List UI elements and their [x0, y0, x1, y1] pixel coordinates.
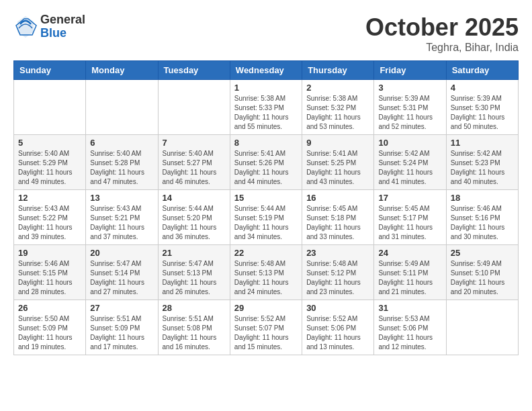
calendar-week-2: 5Sunrise: 5:40 AM Sunset: 5:29 PM Daylig…: [14, 135, 519, 190]
weekday-header-wednesday: Wednesday: [230, 61, 302, 80]
day-info: Sunrise: 5:46 AM Sunset: 5:16 PM Dayligh…: [451, 204, 514, 242]
day-info: Sunrise: 5:42 AM Sunset: 5:24 PM Dayligh…: [378, 149, 441, 187]
day-info: Sunrise: 5:39 AM Sunset: 5:30 PM Dayligh…: [451, 94, 514, 132]
location-subtitle: Teghra, Bihar, India: [365, 42, 519, 54]
day-info: Sunrise: 5:44 AM Sunset: 5:20 PM Dayligh…: [163, 204, 226, 242]
day-number: 4: [451, 83, 514, 93]
calendar-cell: 22Sunrise: 5:48 AM Sunset: 5:13 PM Dayli…: [230, 245, 302, 300]
calendar-cell: 9Sunrise: 5:41 AM Sunset: 5:25 PM Daylig…: [302, 135, 374, 190]
day-info: Sunrise: 5:41 AM Sunset: 5:26 PM Dayligh…: [234, 149, 298, 187]
day-number: 6: [90, 138, 153, 148]
calendar-cell: 5Sunrise: 5:40 AM Sunset: 5:29 PM Daylig…: [14, 135, 86, 190]
day-number: 21: [163, 248, 226, 258]
day-info: Sunrise: 5:49 AM Sunset: 5:10 PM Dayligh…: [451, 259, 514, 297]
calendar-cell: 23Sunrise: 5:48 AM Sunset: 5:12 PM Dayli…: [302, 245, 374, 300]
calendar-table: SundayMondayTuesdayWednesdayThursdayFrid…: [13, 60, 519, 355]
day-info: Sunrise: 5:46 AM Sunset: 5:15 PM Dayligh…: [18, 259, 81, 297]
weekday-header-monday: Monday: [86, 61, 158, 80]
day-number: 1: [234, 83, 298, 93]
day-number: 9: [306, 138, 369, 148]
day-number: 29: [234, 303, 298, 313]
logo-text: General Blue: [40, 13, 85, 40]
day-number: 11: [451, 138, 514, 148]
day-info: Sunrise: 5:40 AM Sunset: 5:28 PM Dayligh…: [90, 149, 153, 187]
calendar-cell: 8Sunrise: 5:41 AM Sunset: 5:26 PM Daylig…: [230, 135, 302, 190]
weekday-header-sunday: Sunday: [14, 61, 86, 80]
calendar-cell: 1Sunrise: 5:38 AM Sunset: 5:33 PM Daylig…: [230, 80, 302, 135]
calendar-cell: 28Sunrise: 5:51 AM Sunset: 5:08 PM Dayli…: [158, 300, 230, 355]
day-number: 30: [306, 303, 369, 313]
day-info: Sunrise: 5:48 AM Sunset: 5:12 PM Dayligh…: [306, 259, 369, 297]
calendar-cell: 12Sunrise: 5:43 AM Sunset: 5:22 PM Dayli…: [14, 190, 86, 245]
logo: General Blue: [13, 13, 85, 40]
day-info: Sunrise: 5:47 AM Sunset: 5:13 PM Dayligh…: [163, 259, 226, 297]
day-number: 19: [18, 248, 81, 258]
calendar-cell: 14Sunrise: 5:44 AM Sunset: 5:20 PM Dayli…: [158, 190, 230, 245]
day-number: 22: [234, 248, 298, 258]
logo-icon: [13, 15, 38, 39]
day-number: 14: [163, 193, 226, 203]
day-info: Sunrise: 5:53 AM Sunset: 5:06 PM Dayligh…: [378, 314, 441, 352]
calendar-cell: 29Sunrise: 5:52 AM Sunset: 5:07 PM Dayli…: [230, 300, 302, 355]
day-number: 25: [451, 248, 514, 258]
day-info: Sunrise: 5:45 AM Sunset: 5:18 PM Dayligh…: [306, 204, 369, 242]
weekday-header-friday: Friday: [374, 61, 446, 80]
calendar-cell: [158, 80, 230, 135]
calendar-cell: 13Sunrise: 5:43 AM Sunset: 5:21 PM Dayli…: [86, 190, 158, 245]
day-info: Sunrise: 5:52 AM Sunset: 5:06 PM Dayligh…: [306, 314, 369, 352]
weekday-header-tuesday: Tuesday: [158, 61, 230, 80]
calendar-cell: 25Sunrise: 5:49 AM Sunset: 5:10 PM Dayli…: [446, 245, 518, 300]
calendar-cell: 21Sunrise: 5:47 AM Sunset: 5:13 PM Dayli…: [158, 245, 230, 300]
month-title: October 2025: [365, 13, 519, 42]
calendar-week-4: 19Sunrise: 5:46 AM Sunset: 5:15 PM Dayli…: [14, 245, 519, 300]
day-info: Sunrise: 5:43 AM Sunset: 5:22 PM Dayligh…: [18, 204, 81, 242]
day-info: Sunrise: 5:39 AM Sunset: 5:31 PM Dayligh…: [378, 94, 441, 132]
weekday-header-row: SundayMondayTuesdayWednesdayThursdayFrid…: [14, 61, 519, 80]
day-info: Sunrise: 5:40 AM Sunset: 5:29 PM Dayligh…: [18, 149, 81, 187]
day-info: Sunrise: 5:44 AM Sunset: 5:19 PM Dayligh…: [234, 204, 298, 242]
calendar-cell: 17Sunrise: 5:45 AM Sunset: 5:17 PM Dayli…: [374, 190, 446, 245]
calendar-cell: 27Sunrise: 5:51 AM Sunset: 5:09 PM Dayli…: [86, 300, 158, 355]
calendar-cell: 3Sunrise: 5:39 AM Sunset: 5:31 PM Daylig…: [374, 80, 446, 135]
day-info: Sunrise: 5:41 AM Sunset: 5:25 PM Dayligh…: [306, 149, 369, 187]
calendar-cell: 30Sunrise: 5:52 AM Sunset: 5:06 PM Dayli…: [302, 300, 374, 355]
day-info: Sunrise: 5:49 AM Sunset: 5:11 PM Dayligh…: [378, 259, 441, 297]
calendar-week-1: 1Sunrise: 5:38 AM Sunset: 5:33 PM Daylig…: [14, 80, 519, 135]
logo-general-text: General: [40, 13, 85, 27]
day-number: 27: [90, 303, 153, 313]
calendar-cell: 4Sunrise: 5:39 AM Sunset: 5:30 PM Daylig…: [446, 80, 518, 135]
day-number: 20: [90, 248, 153, 258]
calendar-cell: 26Sunrise: 5:50 AM Sunset: 5:09 PM Dayli…: [14, 300, 86, 355]
day-info: Sunrise: 5:42 AM Sunset: 5:23 PM Dayligh…: [451, 149, 514, 187]
day-number: 12: [18, 193, 81, 203]
page-header: General Blue October 2025 Teghra, Bihar,…: [13, 13, 519, 54]
day-number: 5: [18, 138, 81, 148]
calendar-cell: 16Sunrise: 5:45 AM Sunset: 5:18 PM Dayli…: [302, 190, 374, 245]
day-info: Sunrise: 5:52 AM Sunset: 5:07 PM Dayligh…: [234, 314, 298, 352]
calendar-cell: 18Sunrise: 5:46 AM Sunset: 5:16 PM Dayli…: [446, 190, 518, 245]
day-number: 13: [90, 193, 153, 203]
day-number: 2: [306, 83, 369, 93]
calendar-cell: 19Sunrise: 5:46 AM Sunset: 5:15 PM Dayli…: [14, 245, 86, 300]
calendar-cell: [86, 80, 158, 135]
calendar-cell: 24Sunrise: 5:49 AM Sunset: 5:11 PM Dayli…: [374, 245, 446, 300]
day-number: 28: [163, 303, 226, 313]
day-number: 10: [378, 138, 441, 148]
calendar-cell: 2Sunrise: 5:38 AM Sunset: 5:32 PM Daylig…: [302, 80, 374, 135]
day-number: 23: [306, 248, 369, 258]
calendar-cell: 7Sunrise: 5:40 AM Sunset: 5:27 PM Daylig…: [158, 135, 230, 190]
day-info: Sunrise: 5:43 AM Sunset: 5:21 PM Dayligh…: [90, 204, 153, 242]
calendar-cell: [14, 80, 86, 135]
day-info: Sunrise: 5:51 AM Sunset: 5:09 PM Dayligh…: [90, 314, 153, 352]
calendar-cell: 31Sunrise: 5:53 AM Sunset: 5:06 PM Dayli…: [374, 300, 446, 355]
day-info: Sunrise: 5:40 AM Sunset: 5:27 PM Dayligh…: [163, 149, 226, 187]
calendar-cell: 10Sunrise: 5:42 AM Sunset: 5:24 PM Dayli…: [374, 135, 446, 190]
calendar-cell: [446, 300, 518, 355]
day-number: 31: [378, 303, 441, 313]
calendar-cell: 6Sunrise: 5:40 AM Sunset: 5:28 PM Daylig…: [86, 135, 158, 190]
day-number: 8: [234, 138, 298, 148]
day-info: Sunrise: 5:38 AM Sunset: 5:33 PM Dayligh…: [234, 94, 298, 132]
title-block: October 2025 Teghra, Bihar, India: [365, 13, 519, 54]
day-number: 24: [378, 248, 441, 258]
calendar-cell: 15Sunrise: 5:44 AM Sunset: 5:19 PM Dayli…: [230, 190, 302, 245]
